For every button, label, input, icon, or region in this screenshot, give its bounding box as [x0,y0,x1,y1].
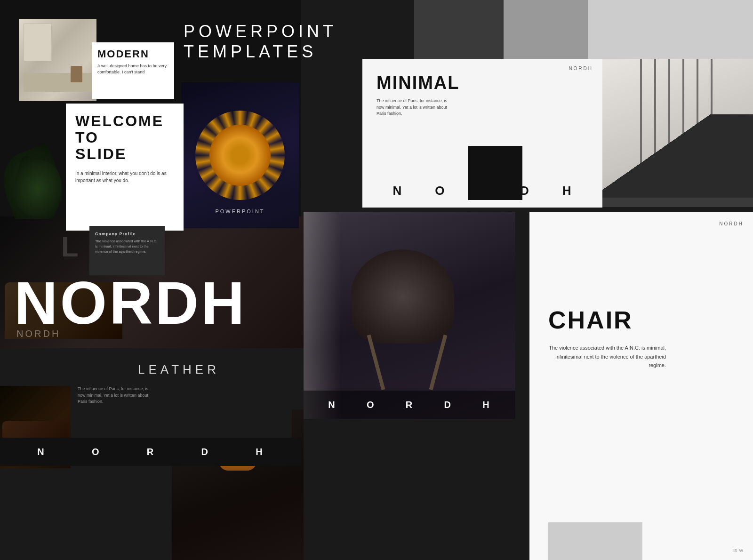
nrp-chair-title: CHAIR [548,306,633,334]
nch-n: N [328,400,336,410]
page-wrapper: MODERN A well-designed home has to be ve… [0,0,753,560]
nrp-is-w: IS W [733,548,744,553]
minimal-title: MINIMAL [376,73,588,93]
nrp-gray-block [548,522,642,560]
minimal-text: The influence of Paris, for instance, is… [376,98,449,117]
nordh-letter-n: N [393,184,402,198]
welcome-title: WELCOME TO SLIDE [75,113,174,163]
kitchen-photo [19,19,96,101]
nbl-d: D [201,447,209,457]
nordh-letter-o: O [435,184,445,198]
nordh-big: NORDH NORDH [14,273,247,339]
cp-title: Company Profile [95,232,159,236]
nch-d: D [444,400,452,410]
nordh-right-panel: NORDH CHAIR The violence associated with… [529,212,753,560]
modern-card: MODERN A well-designed home has to be ve… [92,42,174,99]
company-profile-card: Company Profile The violence associated … [89,226,165,275]
leather-section: LEATHER The influence of Paris, for inst… [66,348,292,442]
ppt-header: POWERPOINT TEMPLATES [184,21,337,62]
nbl-n: N [37,447,45,457]
plant-leaves [0,141,73,219]
black-square [468,146,522,200]
nordh-letter-h: H [562,184,572,198]
nordh-big-text: NORDH [14,273,247,333]
nrp-text: The violence associated with the A.N.C. … [548,344,666,370]
l-letter: L [61,231,80,263]
chair-photo [304,212,515,419]
modern-title: MODERN [97,48,168,60]
nch-h: H [482,400,490,410]
nordh-bottom-left: N O R D H [0,438,301,466]
nch-o: O [367,400,376,410]
leather-text: The influence of Paris, for instance, is… [78,386,153,405]
nordh-chair-bottom: N O R D H [304,391,515,419]
bg-gray-block [504,0,588,61]
leather-title: LEATHER [138,362,220,377]
cp-text: The violence associated with the A.N.C. … [95,239,159,255]
minimal-nordh-label: NORDH [569,66,593,71]
stairs-photo [602,59,753,198]
welcome-text: In a minimal interior, what you don't do… [75,170,174,184]
ppt-title-line1: POWERPOINT [184,21,337,41]
powerpoint-label: POWERPOINT [215,208,264,214]
ppt-title-line2: TEMPLATES [184,41,337,62]
nbl-h: H [256,447,264,457]
welcome-card: WELCOME TO SLIDE In a minimal interior, … [66,104,184,231]
modern-text: A well-designed home has to be very comf… [97,63,168,75]
nrp-nordh-label: NORDH [719,221,744,226]
mirror-photo: POWERPOINT [181,82,299,228]
nbl-r: R [147,447,155,457]
nch-r: R [406,400,414,410]
bg-light-block [588,0,753,61]
nbl-o: O [92,447,101,457]
